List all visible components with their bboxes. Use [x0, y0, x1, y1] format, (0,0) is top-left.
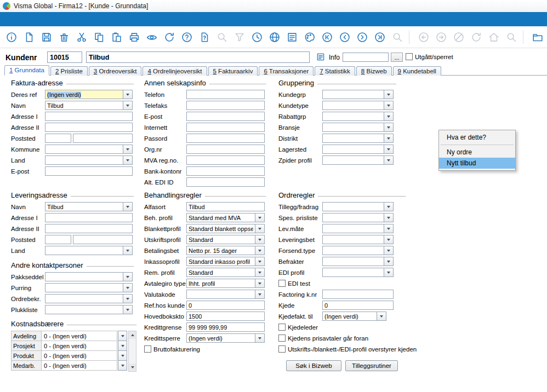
field-input[interactable] — [45, 235, 71, 244]
tab-statistikk[interactable]: 7 Statistikk — [315, 66, 355, 76]
field-input[interactable] — [322, 268, 384, 277]
field-input[interactable]: Tilbud — [45, 101, 123, 110]
field-input[interactable] — [45, 224, 133, 233]
field-input[interactable]: Standard — [186, 235, 255, 244]
dropdown-arrow-icon[interactable] — [123, 294, 133, 303]
field-input[interactable]: Tilbud — [45, 202, 123, 211]
field-input[interactable] — [322, 224, 384, 233]
dropdown-arrow-icon[interactable] — [255, 333, 265, 343]
dropdown-arrow-icon[interactable] — [123, 305, 133, 314]
menu-fil[interactable] — [3, 17, 14, 21]
field-input[interactable] — [322, 145, 384, 154]
field-input[interactable]: Ihht. profil — [186, 279, 255, 288]
copy-icon[interactable] — [92, 30, 106, 44]
field-input[interactable] — [186, 90, 265, 99]
record-search-icon[interactable] — [390, 30, 404, 44]
field-input[interactable] — [45, 112, 133, 121]
dropdown-arrow-icon[interactable] — [255, 246, 265, 255]
field-input[interactable] — [322, 235, 384, 244]
dropdown-arrow-icon[interactable] — [255, 213, 265, 222]
menu-foresporsel[interactable] — [58, 17, 69, 21]
browse-button[interactable]: ... — [391, 53, 403, 62]
tab-bizweb[interactable]: 8 Bizweb — [356, 66, 392, 76]
field-input[interactable]: (Ingen verdi) — [322, 312, 377, 321]
scroll-up-icon[interactable] — [129, 331, 136, 339]
dropdown-arrow-icon[interactable] — [384, 134, 394, 143]
field-input[interactable]: (Ingen verdi) — [186, 333, 255, 343]
dropdown-arrow-icon[interactable] — [118, 360, 127, 371]
notes-icon[interactable] — [285, 30, 299, 44]
field-input[interactable]: Standard — [186, 268, 255, 277]
menu-vis[interactable] — [25, 17, 36, 21]
last-record-icon[interactable] — [373, 30, 387, 44]
tab-kundetabell[interactable]: 9 Kundetabell — [393, 66, 441, 76]
dropdown-arrow-icon[interactable] — [123, 90, 133, 99]
menu-nytt-tilbud[interactable]: Nytt tilbud — [439, 158, 515, 169]
dropdown-arrow-icon[interactable] — [384, 213, 394, 222]
kundenr-field[interactable]: 10015 — [47, 51, 82, 63]
field-input[interactable]: 1500 — [186, 312, 265, 321]
field-input[interactable] — [45, 134, 71, 143]
field-input[interactable] — [186, 177, 265, 187]
dropdown-arrow-icon[interactable] — [123, 145, 133, 154]
dropdown-arrow-icon[interactable] — [384, 155, 394, 165]
menu-rutiner[interactable] — [47, 17, 58, 21]
kundenavn-field[interactable]: Tilbud — [86, 51, 310, 63]
field-input[interactable] — [186, 145, 265, 154]
dropdown-arrow-icon[interactable] — [384, 123, 394, 132]
dropdown-arrow-icon[interactable] — [123, 246, 133, 255]
menu-vindu[interactable] — [91, 17, 102, 21]
field-input[interactable] — [186, 112, 265, 121]
help-document-icon[interactable] — [197, 30, 212, 44]
field-input[interactable] — [322, 155, 384, 165]
field-input[interactable] — [186, 290, 255, 299]
field-input[interactable] — [322, 202, 384, 211]
kostnad-value[interactable]: 0 - (Ingen verdi) — [42, 331, 117, 341]
field-input[interactable] — [45, 155, 123, 165]
refresh-icon[interactable] — [162, 30, 176, 44]
dropdown-arrow-icon[interactable] — [377, 312, 386, 321]
field-input[interactable]: (Ingen verdi) — [45, 90, 123, 99]
dropdown-arrow-icon[interactable] — [384, 257, 394, 266]
refresh-page-icon[interactable] — [469, 30, 483, 44]
field-input[interactable] — [45, 123, 133, 132]
scrollbar[interactable] — [128, 331, 136, 372]
filter-icon[interactable] — [232, 30, 247, 44]
dropdown-arrow-icon[interactable] — [123, 202, 133, 211]
menu-rapportering[interactable] — [69, 17, 80, 21]
menu-hva-er-dette[interactable]: Hva er dette? — [439, 132, 515, 143]
utgatt-sperret-checkbox[interactable]: Utgått/sperret — [406, 53, 453, 60]
dropdown-arrow-icon[interactable] — [123, 272, 133, 281]
checkbox[interactable]: Utskrifts-/blankett-/EDI-profil overstyr… — [278, 345, 417, 353]
info-icon[interactable] — [4, 30, 19, 44]
field-input[interactable] — [186, 123, 265, 132]
field-input[interactable] — [45, 145, 123, 154]
dropdown-arrow-icon[interactable] — [384, 235, 394, 244]
field-input[interactable] — [322, 134, 384, 143]
field-input[interactable] — [322, 290, 394, 299]
menu-rediger[interactable] — [14, 17, 25, 21]
tab-ordreoversikt[interactable]: 3 Ordreoversikt — [89, 66, 142, 76]
menu-verktoy[interactable] — [80, 17, 91, 21]
checkbox[interactable]: Kjedeleder — [278, 324, 318, 331]
kostnad-value[interactable]: 0 - (Ingen verdi) — [42, 341, 117, 351]
dropdown-arrow-icon[interactable] — [384, 90, 394, 99]
home-icon[interactable] — [487, 30, 501, 44]
field-input[interactable] — [322, 246, 384, 255]
previous-record-icon[interactable] — [338, 30, 352, 44]
field-input-2[interactable] — [73, 235, 133, 244]
save-icon[interactable] — [39, 30, 54, 44]
search-icon[interactable] — [215, 30, 229, 44]
field-input[interactable]: 0 — [186, 301, 265, 310]
field-input[interactable] — [186, 134, 265, 143]
tilleggsrutiner-button[interactable]: Tilleggsrutiner — [345, 360, 398, 371]
scroll-down-icon[interactable] — [129, 364, 136, 371]
delete-icon[interactable] — [57, 30, 71, 44]
tab-transaksjoner[interactable]: 6 Transaksjoner — [259, 66, 314, 76]
info-note-icon[interactable] — [316, 52, 326, 62]
field-input[interactable] — [45, 305, 123, 314]
stop-icon[interactable] — [452, 30, 466, 44]
checkbox[interactable]: Kjedens prisavtaler går foran — [278, 335, 368, 342]
dropdown-arrow-icon[interactable] — [118, 341, 127, 351]
preview-icon[interactable] — [145, 30, 159, 44]
